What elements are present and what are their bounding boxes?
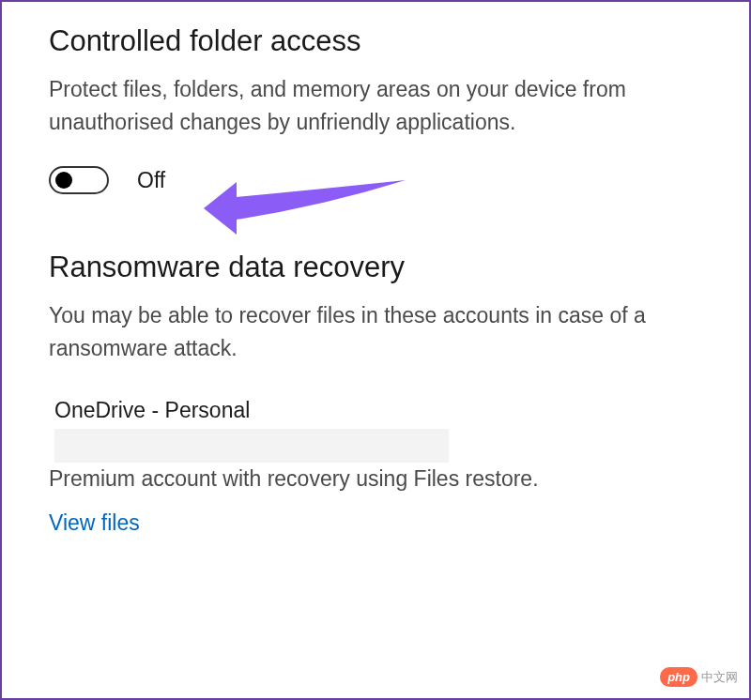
toggle-knob xyxy=(55,172,72,189)
watermark-text: 中文网 xyxy=(701,669,738,686)
controlled-folder-access-title: Controlled folder access xyxy=(49,24,702,58)
controlled-folder-access-toggle[interactable] xyxy=(49,166,109,194)
account-description: Premium account with recovery using File… xyxy=(49,466,702,492)
toggle-state-label: Off xyxy=(137,168,165,193)
ransomware-recovery-title: Ransomware data recovery xyxy=(49,251,702,284)
watermark: php 中文网 xyxy=(660,667,738,687)
watermark-badge: php xyxy=(660,667,697,687)
redacted-email xyxy=(54,429,449,463)
onedrive-account-name: OneDrive - Personal xyxy=(54,398,702,423)
controlled-folder-access-description: Protect files, folders, and memory areas… xyxy=(49,73,702,138)
toggle-row: Off xyxy=(49,166,702,194)
ransomware-recovery-description: You may be able to recover files in thes… xyxy=(49,299,702,364)
view-files-link[interactable]: View files xyxy=(49,510,702,536)
